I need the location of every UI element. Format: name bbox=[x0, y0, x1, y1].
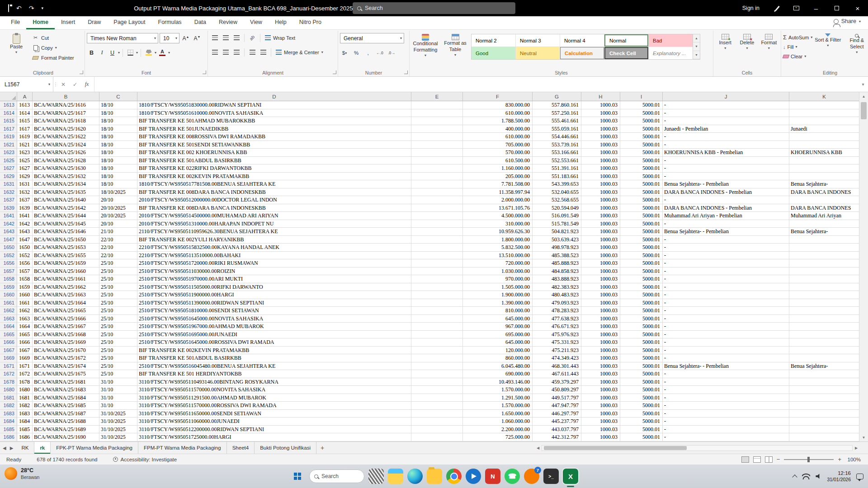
cell-h[interactable]: 1000.03 bbox=[581, 362, 620, 371]
cell-e[interactable] bbox=[411, 220, 463, 228]
cell-c[interactable]: 25/10 bbox=[99, 259, 137, 267]
cell-i[interactable]: 5000.01 bbox=[620, 418, 663, 426]
cell-j[interactable]: Benua Sejahtera- - Pembelian bbox=[663, 362, 789, 371]
cell-a[interactable]: 1621 bbox=[17, 141, 33, 149]
cell-a[interactable]: 1639 bbox=[17, 204, 33, 212]
cell-c[interactable]: 25/10 bbox=[99, 370, 137, 378]
cell-h[interactable]: 1000.03 bbox=[581, 386, 620, 394]
cell-h[interactable]: 1000.03 bbox=[581, 236, 620, 244]
cell-c[interactable]: 25/10 bbox=[99, 331, 137, 339]
cell-a[interactable]: 1662 bbox=[17, 307, 33, 315]
increase-decimal-button[interactable]: ←.0 bbox=[375, 48, 384, 57]
cell-a[interactable]: 1643 bbox=[17, 228, 33, 236]
cell-k[interactable] bbox=[789, 244, 859, 252]
row-header[interactable]: 1625 bbox=[0, 157, 17, 165]
cell-c[interactable]: 31/10 bbox=[99, 378, 137, 386]
cell-j[interactable]: DARA BANCA INDONES - Pembelian bbox=[663, 204, 789, 212]
cell-j[interactable]: Muhammad Ari Ariyan - Pembelian bbox=[663, 212, 789, 220]
zoom-slider[interactable] bbox=[784, 459, 834, 460]
cell-k[interactable]: DARA BANCA INDONES bbox=[789, 204, 859, 212]
row-header[interactable]: 1664 bbox=[0, 323, 17, 331]
column-header-k[interactable]: K bbox=[789, 92, 859, 101]
row-header[interactable]: 1684 bbox=[0, 418, 17, 426]
cell-j[interactable]: - bbox=[663, 433, 789, 441]
cell-a[interactable]: 1614 bbox=[17, 109, 33, 117]
cell-d[interactable]: 3110/FTSCY/WS950511570000.00ROSSIVA DWI … bbox=[137, 402, 411, 410]
cell-d[interactable]: 2510/FTSCY/WS950511390000.00RIDWAN SEPTI… bbox=[137, 299, 411, 307]
cell-c[interactable]: 20/10/2025 bbox=[99, 212, 137, 220]
row-header[interactable]: 1686 bbox=[0, 433, 17, 441]
ribbon-display-options-button[interactable] bbox=[787, 0, 806, 16]
row-header[interactable]: 1683 bbox=[0, 410, 17, 418]
cell-a[interactable]: 1656 bbox=[17, 259, 33, 267]
confirm-entry-button[interactable]: ✓ bbox=[70, 79, 80, 90]
cell-e[interactable] bbox=[411, 307, 463, 315]
cell-c[interactable]: 31/10 bbox=[99, 386, 137, 394]
row-header[interactable]: 1639 bbox=[0, 204, 17, 212]
cell-j[interactable]: - bbox=[663, 347, 789, 355]
cell-d[interactable]: 2510/FTSCY/WS95051967000.00AHMAD MUBAROK bbox=[137, 323, 411, 331]
cell-i[interactable]: 5000.01 bbox=[620, 180, 663, 188]
cell-c[interactable]: 25/10 bbox=[99, 283, 137, 291]
cell-j[interactable]: - bbox=[663, 133, 789, 141]
tab-review[interactable]: Review bbox=[212, 16, 244, 29]
cell-j[interactable]: - bbox=[663, 141, 789, 149]
cell-c[interactable]: 18/10 bbox=[99, 180, 137, 188]
cell-e[interactable] bbox=[411, 212, 463, 220]
cell-e[interactable] bbox=[411, 394, 463, 402]
cell-i[interactable]: 5000.01 bbox=[620, 315, 663, 323]
cell-i[interactable]: 5000.01 bbox=[620, 323, 663, 331]
share-button[interactable]: Share ▾ bbox=[834, 18, 861, 24]
cell-j[interactable]: - bbox=[663, 117, 789, 125]
cell-a[interactable]: 1678 bbox=[17, 378, 33, 386]
cell-j[interactable]: - bbox=[663, 157, 789, 165]
cell-j[interactable]: - bbox=[663, 236, 789, 244]
cell-b[interactable]: BCA/WARNA/25/1685 bbox=[33, 402, 99, 410]
row-header[interactable]: 1656 bbox=[0, 259, 17, 267]
row-header[interactable]: 1623 bbox=[0, 149, 17, 157]
row-header[interactable]: 1669 bbox=[0, 354, 17, 362]
cell-k[interactable]: DARA BANCA INDONES bbox=[789, 188, 859, 197]
column-header-j[interactable]: J bbox=[663, 92, 789, 101]
cell-i[interactable]: 5000.01 bbox=[620, 212, 663, 220]
tab-file[interactable]: File bbox=[5, 16, 26, 29]
italic-button[interactable]: I bbox=[97, 48, 107, 57]
cell-g[interactable]: 475.976.923 bbox=[533, 331, 581, 339]
gallery-up-button[interactable]: ▲ bbox=[693, 34, 700, 42]
cell-f[interactable]: 1.390.000.00 bbox=[463, 299, 533, 307]
cell-a[interactable]: 1664 bbox=[17, 323, 33, 331]
cell-f[interactable]: 645.000.00 bbox=[463, 338, 533, 347]
cell-j[interactable]: KHOERUNNISA KBB - Pembelian bbox=[663, 149, 789, 157]
cell-e[interactable] bbox=[411, 236, 463, 244]
cell-i[interactable]: 5000.01 bbox=[620, 125, 663, 133]
sheet-nav-right-arrow[interactable]: ▶ bbox=[10, 446, 14, 450]
cell-d[interactable]: BIF TRANSFER KE 008ROSSIVA DWI RAMADAKBB bbox=[137, 133, 411, 141]
cell-e[interactable] bbox=[411, 173, 463, 181]
cell-a[interactable]: 1671 bbox=[17, 362, 33, 371]
wrap-text-button[interactable]: Wrap Text bbox=[263, 33, 297, 42]
row-header[interactable]: 1613 bbox=[0, 101, 17, 109]
find-select-button[interactable]: Find & Select ▾ bbox=[843, 32, 868, 55]
cell-g[interactable]: 520.594.049 bbox=[533, 204, 581, 212]
cell-g[interactable]: 516.091.549 bbox=[533, 212, 581, 220]
cell-k[interactable] bbox=[789, 331, 859, 339]
cell-b[interactable]: BCA/WARNA/25/1669 bbox=[33, 338, 99, 347]
cell-k[interactable] bbox=[789, 418, 859, 426]
cell-i[interactable]: 5000.01 bbox=[620, 433, 663, 441]
cell-g[interactable]: 551.183.661 bbox=[533, 173, 581, 181]
cell-e[interactable] bbox=[411, 244, 463, 252]
cell-h[interactable]: 1000.03 bbox=[581, 323, 620, 331]
cell-g[interactable]: 553.739.161 bbox=[533, 141, 581, 149]
cell-d[interactable]: 2510/FTSCY/WS950511505000.00RIFKI DARWAN… bbox=[137, 283, 411, 291]
cell-c[interactable]: 18/10/2025 bbox=[99, 188, 137, 197]
borders-button[interactable] bbox=[126, 48, 135, 57]
cell-e[interactable] bbox=[411, 433, 463, 441]
cell-g[interactable]: 557.250.161 bbox=[533, 109, 581, 117]
start-button[interactable] bbox=[290, 469, 305, 484]
cell-d[interactable]: 2510/FTSCY/WS95051810000.00SENDI SETIAWA… bbox=[137, 307, 411, 315]
row-header[interactable]: 1672 bbox=[0, 370, 17, 378]
cell-h[interactable]: 1000.03 bbox=[581, 354, 620, 362]
cell-e[interactable] bbox=[411, 418, 463, 426]
cell-g[interactable]: 468.301.443 bbox=[533, 362, 581, 371]
cell-d[interactable]: 2510/FTSCY/WS950511030000.00ROIZIN bbox=[137, 267, 411, 276]
